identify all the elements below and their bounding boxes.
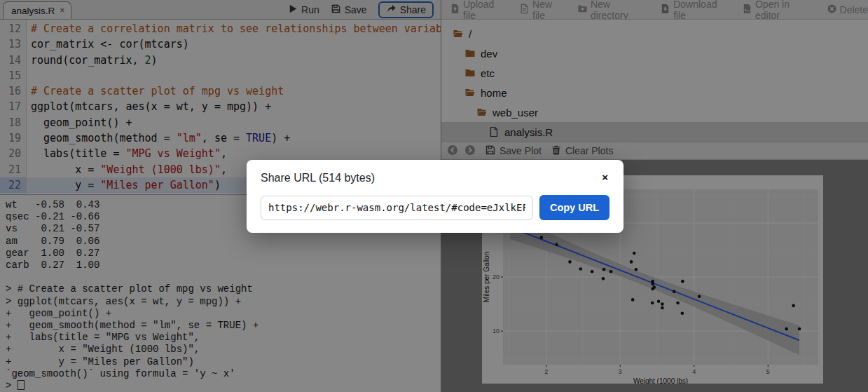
share-url-input[interactable] (261, 196, 533, 220)
webr-app: analysis.R × Run Save Share 121314151 (0, 0, 868, 392)
share-url-modal: Share URL (514 bytes) × Copy URL (247, 160, 624, 233)
copy-url-button[interactable]: Copy URL (539, 195, 609, 220)
modal-title: Share URL (514 bytes) (261, 172, 375, 184)
close-icon[interactable]: × (600, 172, 609, 182)
